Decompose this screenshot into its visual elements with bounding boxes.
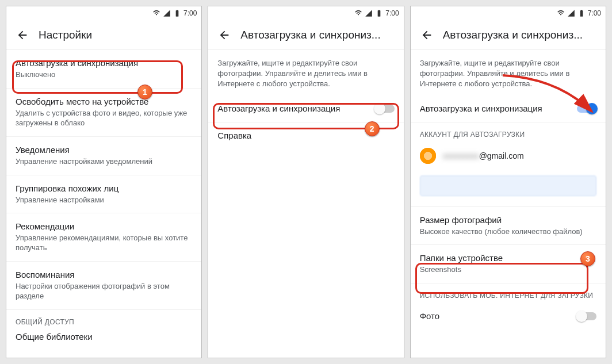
statusbar-time: 7:00 [385, 9, 399, 17]
item-subtitle: Управление настройками [16, 196, 192, 205]
statusbar-time: 7:00 [588, 9, 601, 17]
settings-item-notifications[interactable]: Уведомления Управление настройками уведо… [6, 137, 201, 175]
toggle-label: Фото [420, 311, 577, 321]
badge-1: 1 [137, 85, 152, 99]
battery-icon [577, 9, 586, 17]
page-title: Автозагрузка и синхрониз... [240, 29, 399, 41]
section-header-sharing: ОБЩИЙ ДОСТУП [6, 310, 201, 329]
signal-icon [365, 9, 373, 17]
arrow-left-icon [16, 29, 29, 41]
upload-size-item[interactable]: Размер фотографий Высокое качество (любо… [411, 207, 606, 246]
backup-sync-switch[interactable] [375, 105, 395, 113]
appbar: Автозагрузка и синхрониз... [411, 20, 606, 50]
item-subtitle: Screenshots [420, 265, 596, 275]
back-button[interactable] [415, 24, 438, 47]
battery-icon [375, 9, 383, 17]
wifi-icon [152, 9, 160, 17]
item-title: Группировка похожих лиц [16, 183, 192, 194]
backup-account[interactable]: xxxxxxxxx@gmail.com [411, 142, 606, 175]
settings-item-face-grouping[interactable]: Группировка похожих лиц Управление настр… [6, 175, 201, 214]
appbar: Настройки [6, 20, 201, 50]
arrow-left-icon [218, 29, 231, 41]
appbar: Автозагрузка и синхрониз... [208, 20, 403, 50]
item-title: Общие библиотеки [16, 332, 192, 342]
section-header-mobile: ИСПОЛЬЗОВАТЬ МОБ. ИНТЕРНЕТ ДЛЯ ЗАГРУЗКИ [411, 283, 606, 303]
item-subtitle: Настройки отображения фотографий в этом … [16, 282, 192, 301]
arrow-annotation [500, 72, 606, 124]
back-button[interactable] [11, 24, 34, 47]
backup-description: Загружайте, ищите и редактируйте свои фо… [208, 50, 403, 95]
settings-item-free-space[interactable]: Освободить место на устройстве Удалить с… [6, 89, 201, 137]
item-title: Рекомендации [16, 221, 192, 232]
mobile-photo-switch[interactable] [577, 312, 596, 320]
screen-settings: 7:00 Настройки Автозагрузка и синхрониза… [6, 6, 202, 358]
item-title: Освободить место на устройстве [16, 97, 192, 107]
settings-item-memories[interactable]: Воспоминания Настройки отображения фотог… [6, 262, 201, 310]
battery-icon [173, 9, 181, 17]
page-title: Автозагрузка и синхрониз... [443, 29, 601, 41]
item-title: Воспоминания [16, 270, 192, 280]
wifi-icon [557, 9, 565, 17]
signal-icon [567, 9, 575, 17]
device-folders-item[interactable]: Папки на устройстве Screenshots [411, 245, 606, 283]
signal-icon [163, 9, 171, 17]
statusbar: 7:00 [6, 6, 201, 20]
avatar [420, 148, 436, 164]
item-title: Размер фотографий [420, 215, 596, 225]
arrow-left-icon [420, 29, 433, 41]
mobile-photo-toggle-row[interactable]: Фото [411, 303, 606, 329]
settings-item-shared-libraries[interactable]: Общие библиотеки [6, 329, 201, 350]
item-title: Уведомления [16, 145, 192, 155]
item-title: Автозагрузка и синхронизация [16, 58, 192, 68]
item-subtitle: Выключено [16, 70, 192, 80]
account-email: xxxxxxxxx@gmail.com [443, 151, 524, 160]
section-header-account: АККАУНТ ДЛЯ АВТОЗАГРУЗКИ [411, 122, 606, 142]
wifi-icon [354, 9, 362, 17]
settings-item-backup-sync[interactable]: Автозагрузка и синхронизация Выключено [6, 50, 201, 89]
item-subtitle: Удалить с устройства фото и видео, котор… [16, 109, 192, 128]
page-title: Настройки [39, 29, 197, 41]
backup-sync-toggle-row[interactable]: Автозагрузка и синхронизация [208, 95, 403, 122]
badge-2: 2 [365, 121, 380, 136]
screen-backup-on: 7:00 Автозагрузка и синхрониз... Загружа… [410, 6, 606, 358]
settings-item-recommendations[interactable]: Рекомендации Управление рекомендациями, … [6, 213, 201, 262]
back-button[interactable] [213, 24, 236, 47]
account-info-box [420, 175, 596, 196]
screen-backup-off: 7:00 Автозагрузка и синхрониз... Загружа… [208, 6, 404, 358]
item-subtitle: Управление настройками уведомлений [16, 157, 192, 167]
badge-3: 3 [580, 251, 595, 266]
item-title: Папки на устройстве [420, 253, 596, 263]
statusbar: 7:00 [411, 6, 606, 20]
item-subtitle: Высокое качество (любое количество файло… [420, 227, 596, 237]
statusbar: 7:00 [208, 6, 403, 20]
statusbar-time: 7:00 [183, 9, 197, 17]
toggle-label: Автозагрузка и синхронизация [217, 104, 374, 114]
item-subtitle: Управление рекомендациями, которые вы хо… [16, 233, 192, 253]
